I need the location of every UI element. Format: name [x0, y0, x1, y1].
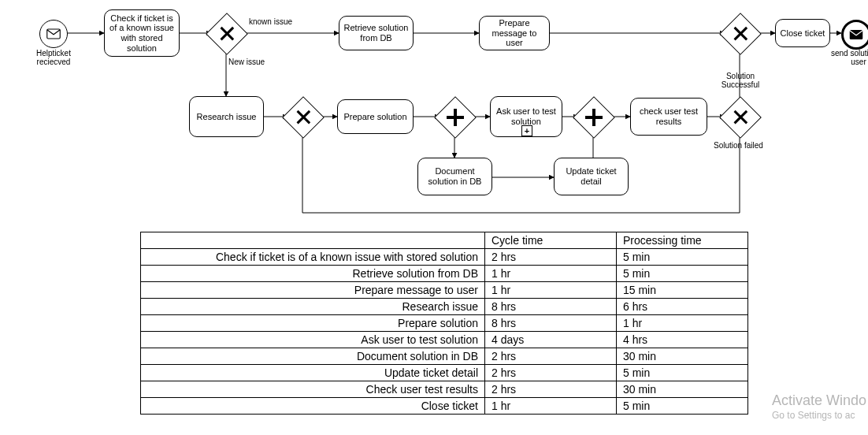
edge-label-failed: Solution failed	[714, 141, 777, 150]
watermark-line2: Go to Settings to ac	[772, 410, 866, 421]
task-ask-user: Ask user to test solution +	[490, 96, 562, 137]
task-label: Prepare solution	[343, 112, 406, 122]
gateway-parallel-join	[573, 96, 615, 139]
table-header-cycle: Cycle time	[485, 232, 617, 249]
task-research: Research issue	[189, 96, 264, 137]
edge-label-known: known issue	[249, 17, 312, 26]
end-event	[841, 20, 868, 50]
table-header-row: Cycle time Processing time	[141, 232, 748, 249]
task-label: Check if ticket is of a known issue with…	[108, 13, 176, 54]
task-retrieve: Retrieve solution from DB	[339, 16, 414, 50]
svg-rect-19	[47, 29, 61, 39]
watermark-line1: Activate Windo	[772, 392, 866, 410]
table-row: Retrieve solution from DB1 hr5 min	[141, 266, 748, 282]
table-row: Update ticket detail2 hrs5 min	[141, 365, 748, 381]
table-row: Prepare solution8 hrs1 hr	[141, 315, 748, 332]
task-label: Prepare message to user	[483, 18, 546, 48]
task-check-known: Check if ticket is of a known issue with…	[104, 9, 180, 57]
task-label: check user test results	[634, 106, 703, 126]
edge-label-success: Solution Successful	[709, 72, 772, 89]
gateway-merge-top	[719, 13, 762, 55]
gateway-loop-entry	[282, 96, 325, 139]
task-update: Update ticket detail	[554, 158, 629, 195]
task-label: Document solution in DB	[421, 166, 488, 186]
task-prepare-msg: Prepare message to user	[479, 16, 550, 50]
task-close: Close ticket	[775, 19, 830, 47]
envelope-filled-icon	[849, 29, 863, 40]
task-label: Retrieve solution from DB	[343, 23, 410, 43]
task-label: Update ticket detail	[558, 166, 625, 186]
table-body: Check if ticket is of a known issue with…	[141, 249, 748, 415]
task-check-results: check user test results	[630, 98, 707, 136]
table-row: Document solution in DB2 hrs30 min	[141, 348, 748, 365]
envelope-icon	[46, 28, 61, 39]
start-event-label: Helpticket reciecved	[22, 49, 85, 66]
task-label: Research issue	[197, 112, 257, 122]
table-header-processing: Processing time	[617, 232, 748, 249]
gateway-result-decide	[719, 96, 762, 139]
windows-watermark: Activate Windo Go to Settings to ac	[772, 392, 866, 421]
task-label: Close ticket	[781, 28, 825, 39]
table-row: Check if ticket is of a known issue with…	[141, 249, 748, 266]
svg-rect-20	[850, 30, 863, 39]
end-event-label: send solution to user	[823, 49, 868, 66]
table-header-blank	[141, 232, 485, 249]
table-row: Check user test results2 hrs30 min	[141, 381, 748, 398]
task-document: Document solution in DB	[417, 158, 492, 195]
table-row: Prepare message to user1 hr15 min	[141, 282, 748, 299]
gateway-parallel-split	[434, 96, 477, 139]
subprocess-marker-icon: +	[521, 125, 532, 136]
table-row: Close ticket1 hr5 min	[141, 398, 748, 415]
start-event	[39, 20, 68, 48]
gateway-known-vs-new	[206, 13, 248, 55]
table-row: Ask user to test solution4 days4 hrs	[141, 332, 748, 348]
table-row: Research issue8 hrs6 hrs	[141, 299, 748, 315]
time-table: Cycle time Processing time Check if tick…	[140, 232, 748, 415]
bpmn-canvas: Helpticket reciecved send solution to us…	[0, 0, 868, 435]
task-label: Ask user to test solution	[494, 106, 558, 126]
task-prepare-sol: Prepare solution	[337, 99, 414, 134]
edge-label-new: New issue	[228, 58, 291, 66]
